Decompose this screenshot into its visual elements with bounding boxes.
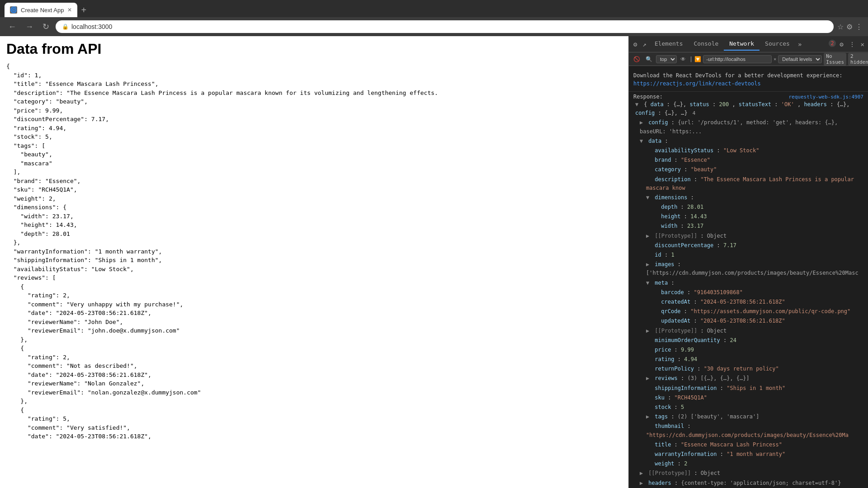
config-expand-arrow[interactable]: ▶ xyxy=(640,118,645,127)
tree-root[interactable]: ▼ { data : {…}, status : 200 , statusTex… xyxy=(633,100,863,118)
tree-category: category : "beauty" xyxy=(633,165,863,174)
no-issues-badge: No Issues xyxy=(824,53,846,66)
tree-brand: brand : "Essence" xyxy=(633,155,863,165)
tree-warranty: warrantyInformation : "1 month warranty" xyxy=(633,450,863,459)
response-section: Response: requestly-web-sdk.js:4907 ▼ { … xyxy=(629,92,868,488)
more-options-icon[interactable]: ⋮ xyxy=(847,40,857,49)
tree-weight: weight : 2 xyxy=(633,459,863,469)
devtools-panel: ⚙ ↗ Elements Console Network Sources » 2… xyxy=(628,36,868,488)
tree-return-policy: returnPolicy : "30 days return policy" xyxy=(633,364,863,374)
tree-min-order: minimumOrderQuantity : 24 xyxy=(633,336,863,345)
tree-meta-expanded[interactable]: ▼ meta : xyxy=(633,278,863,288)
clear-log-button[interactable]: 🚫 xyxy=(632,55,642,63)
forward-button[interactable]: → xyxy=(23,21,36,33)
tree-id: id : 1 xyxy=(633,250,863,260)
devtools-settings-icon[interactable]: ⚙ xyxy=(631,41,640,48)
hidden-count-badge: 2 hidden xyxy=(848,53,868,66)
eye-icon-button[interactable]: 👁 xyxy=(679,55,688,63)
tree-discount: discountPercentage : 7.17 xyxy=(633,241,863,250)
tree-rating: rating : 4.94 xyxy=(633,355,863,364)
tree-dimensions-expanded[interactable]: ▼ dimensions : xyxy=(633,193,863,202)
main-area: Data from API { "id": 1, "title": "Essen… xyxy=(0,36,868,488)
filter-separator: | xyxy=(689,56,693,62)
data-expand-arrow[interactable]: ▼ xyxy=(640,137,645,145)
tree-thumbnail: thumbnail : "https://cdn.dummyjson.com/p… xyxy=(633,422,863,440)
tree-width: width : 23.17 xyxy=(633,221,863,231)
menu-icon[interactable]: ⋮ xyxy=(855,23,863,31)
react-devtools-link[interactable]: https://reactjs.org/link/react-devtools xyxy=(633,80,761,87)
filter-icon-button[interactable]: 🔍 xyxy=(644,55,654,63)
refresh-button[interactable]: ↻ xyxy=(40,21,52,33)
active-tab[interactable]: 🌀 Create Next App ✕ xyxy=(5,3,77,17)
extensions-icon[interactable]: ⚙ xyxy=(846,23,853,31)
address-text: localhost:3000 xyxy=(71,23,112,30)
more-tabs-icon[interactable]: » xyxy=(795,41,804,48)
tree-data-expanded[interactable]: ▼ data : xyxy=(633,136,863,146)
tab-network[interactable]: Network xyxy=(724,38,760,51)
lock-icon: 🔒 xyxy=(62,23,69,30)
devtools-inspect-icon[interactable]: ↗ xyxy=(640,41,649,48)
response-source-link[interactable]: requestly-web-sdk.js:4907 xyxy=(788,94,863,100)
tree-stock: stock : 5 xyxy=(633,403,863,412)
page-title: Data from API xyxy=(6,41,622,57)
devtools-toolbar: 🚫 🔍 top 👁 | 🔽 ✕ Default levels No Issues… xyxy=(629,52,868,66)
tree-images[interactable]: ▶ images : ['https://cdn.dummyjson.com/p… xyxy=(633,260,863,278)
tree-qr-code: qrCode : "https://assets.dummyjson.com/p… xyxy=(633,307,863,316)
react-banner-text: Download the React DevTools for a better… xyxy=(633,72,842,79)
dimensions-expand-arrow[interactable]: ▼ xyxy=(646,193,651,202)
tree-reviews[interactable]: ▶ reviews : (3) [{…}, {…}, {…}] xyxy=(633,374,863,383)
back-button[interactable]: ← xyxy=(5,21,19,33)
tab-elements[interactable]: Elements xyxy=(649,38,689,51)
tab-close-button[interactable]: ✕ xyxy=(67,7,72,13)
root-expand-arrow[interactable]: ▼ xyxy=(635,100,641,109)
log-levels-select[interactable]: Default levels xyxy=(778,55,822,63)
tree-price: price : 9.99 xyxy=(633,345,863,355)
tab-title: Create Next App xyxy=(21,7,64,14)
tree-description: description : "The Essence Mascara Lash … xyxy=(633,175,863,193)
tree-meta-proto[interactable]: ▶ [[Prototype]] : Object xyxy=(633,326,863,336)
tree-tags[interactable]: ▶ tags : (2) ['beauty', 'mascara'] xyxy=(633,412,863,422)
tab-bar: 🌀 Create Next App ✕ + xyxy=(0,0,868,17)
tree-count-badge: 4 xyxy=(693,110,696,116)
tree-sku: sku : "RCH45Q1A" xyxy=(633,393,863,403)
filter-input[interactable] xyxy=(703,55,772,63)
tree-title: title : "Essence Mascara Lash Princess" xyxy=(633,440,863,450)
new-tab-button[interactable]: + xyxy=(81,5,86,15)
error-badge: 2 xyxy=(829,40,836,47)
tab-console[interactable]: Console xyxy=(689,38,724,51)
root-data-key: data xyxy=(651,101,664,108)
nav-bar: ← → ↻ 🔒 localhost:3000 ☆ ⚙ ⋮ xyxy=(0,17,868,36)
settings-icon[interactable]: ⚙ xyxy=(838,40,845,49)
tree-created-at: createdAt : "2024-05-23T08:56:21.618Z" xyxy=(633,297,863,307)
tree-data-proto[interactable]: ▶ [[Prototype]] : Object xyxy=(633,469,863,478)
tree-shipping: shippingInformation : "Ships in 1 month" xyxy=(633,384,863,393)
address-bar[interactable]: 🔒 localhost:3000 xyxy=(56,20,834,33)
nav-icons: ☆ ⚙ ⋮ xyxy=(837,23,863,31)
filter-clear-button[interactable]: ✕ xyxy=(774,56,776,61)
tree-headers[interactable]: ▶ headers : {content-type: 'application/… xyxy=(633,479,863,488)
tree-barcode: barcode : "9164035109868" xyxy=(633,288,863,297)
tree-updated-at: updatedAt : "2024-05-23T08:56:21.618Z" xyxy=(633,316,863,326)
response-label: Response: xyxy=(633,94,663,100)
tree-depth: depth : 28.01 xyxy=(633,202,863,212)
tree-height: height : 14.43 xyxy=(633,212,863,221)
tree-availability: availabilityStatus : "Low Stock" xyxy=(633,146,863,155)
tree-dimensions-proto[interactable]: ▶ [[Prototype]] : Object xyxy=(633,231,863,241)
tree-config[interactable]: ▶ config : {url: '/products/1', method: … xyxy=(633,118,863,136)
devtools-tabs: ⚙ ↗ Elements Console Network Sources » 2… xyxy=(629,36,868,52)
devtools-content: Download the React DevTools for a better… xyxy=(629,66,868,488)
response-header-row: Response: requestly-web-sdk.js:4907 xyxy=(633,94,863,100)
json-content: { "id": 1, "title": "Essence Mascara Las… xyxy=(6,62,622,450)
close-devtools-icon[interactable]: ✕ xyxy=(859,40,866,49)
page-content: Data from API { "id": 1, "title": "Essen… xyxy=(0,36,628,488)
filter-active-icon: 🔽 xyxy=(694,56,701,62)
tab-favicon: 🌀 xyxy=(10,6,17,14)
context-select[interactable]: top xyxy=(656,55,677,63)
devtools-action-icons: 2 ⚙ ⋮ ✕ xyxy=(829,40,866,49)
bookmark-icon[interactable]: ☆ xyxy=(837,23,844,31)
react-devtools-banner: Download the React DevTools for a better… xyxy=(629,68,868,92)
meta-expand-arrow[interactable]: ▼ xyxy=(646,279,651,287)
browser-chrome: 🌀 Create Next App ✕ + ← → ↻ 🔒 localhost:… xyxy=(0,0,868,36)
tab-sources[interactable]: Sources xyxy=(760,38,795,51)
